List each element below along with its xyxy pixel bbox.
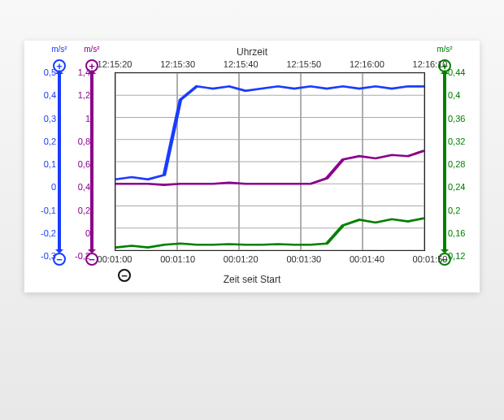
- y-tick-label: 0,2: [78, 206, 90, 215]
- y-tick-label: -0,3: [41, 251, 56, 261]
- y-green-ruler: [443, 72, 446, 251]
- x-top-tick-label: 12:15:40: [224, 59, 259, 69]
- y-tick-label: 0,1: [44, 159, 56, 169]
- x-bottom-tick-label: 00:01:20: [224, 254, 259, 264]
- y-tick-label: 0,4: [448, 90, 460, 100]
- chart-panel: Uhrzeit m/s² + − 0,50,40,30,20,10-0,1-0,…: [24, 41, 480, 292]
- y-tick-label: 0: [85, 228, 90, 238]
- y-tick-label: 0,16: [448, 228, 465, 238]
- y-axis-purple: m/s² + − 1,41,210,80,60,40,20-0,2: [77, 43, 106, 290]
- y-axis-purple-unit: m/s²: [77, 45, 106, 54]
- x-bottom-tick-label: 00:01:50: [413, 254, 448, 264]
- x-top-tick-label: 12:15:20: [98, 59, 133, 69]
- y-axis-blue-unit: m/s²: [45, 45, 74, 54]
- y-tick-label: 1,4: [78, 67, 90, 77]
- series-purple: [115, 150, 424, 184]
- x-bottom-title: Zeit seit Start: [27, 274, 477, 285]
- x-bottom-tick-label: 00:01:10: [160, 254, 195, 264]
- y-axis-blue: m/s² + − 0,50,40,30,20,10-0,1-0,2-0,3: [45, 43, 74, 290]
- y-tick-label: 0: [51, 182, 56, 192]
- y-tick-label: 1: [85, 114, 90, 123]
- y-tick-label: 0,24: [448, 182, 465, 192]
- y-axis-green-unit: m/s²: [430, 45, 459, 54]
- x-top-tick-label: 12:15:30: [160, 59, 195, 69]
- y-tick-label: 0,3: [44, 114, 56, 123]
- y-tick-label: -0,2: [41, 228, 56, 238]
- y-tick-label: 0,8: [78, 136, 90, 146]
- y-tick-label: -0,1: [41, 206, 56, 215]
- y-tick-label: 0,4: [78, 182, 90, 192]
- y-tick-label: 0,32: [448, 136, 465, 146]
- y-tick-label: 0,2: [448, 206, 460, 215]
- x-top-tick-label: 12:16:00: [350, 59, 385, 69]
- series-green: [115, 218, 424, 247]
- x-bottom-tick-label: 00:01:00: [98, 254, 133, 264]
- y-blue-ruler: [58, 72, 61, 251]
- y-axis-green: m/s² + − 0,440,40,360,320,280,240,20,160…: [430, 43, 459, 290]
- y-purple-ruler: [90, 72, 93, 251]
- y-tick-label: 0,28: [448, 159, 465, 169]
- x-bottom-tick-label: 00:01:30: [286, 254, 321, 264]
- series-blue: [115, 86, 424, 179]
- y-tick-label: 1,2: [78, 90, 90, 100]
- y-tick-label: 0,4: [44, 90, 56, 100]
- y-tick-label: -0,2: [75, 251, 90, 261]
- y-tick-label: 0,12: [448, 251, 465, 261]
- x-top-tick-label: 12:16:10: [413, 59, 448, 69]
- y-tick-label: 0,2: [44, 136, 56, 146]
- y-tick-label: 0,36: [448, 114, 465, 123]
- plot-svg: [115, 73, 424, 250]
- plot-area: [115, 72, 425, 251]
- y-tick-label: 0,5: [44, 67, 56, 77]
- x-bottom-tick-label: 00:01:40: [350, 254, 385, 264]
- y-tick-label: 0,6: [78, 159, 90, 169]
- x-top-tick-label: 12:15:50: [286, 59, 321, 69]
- y-tick-label: 0,44: [448, 67, 465, 77]
